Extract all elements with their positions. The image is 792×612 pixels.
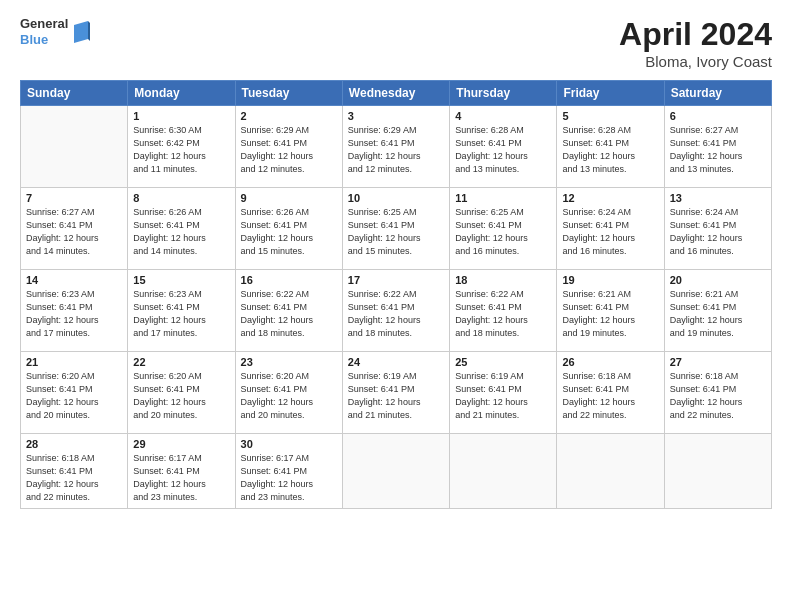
- header: General Blue April 2024 Bloma, Ivory Coa…: [20, 16, 772, 70]
- calendar-cell: [664, 434, 771, 509]
- day-info: Sunrise: 6:19 AM Sunset: 6:41 PM Dayligh…: [455, 370, 551, 422]
- calendar-cell: [450, 434, 557, 509]
- day-info: Sunrise: 6:19 AM Sunset: 6:41 PM Dayligh…: [348, 370, 444, 422]
- calendar-cell: 26Sunrise: 6:18 AM Sunset: 6:41 PM Dayli…: [557, 352, 664, 434]
- calendar-cell: 2Sunrise: 6:29 AM Sunset: 6:41 PM Daylig…: [235, 106, 342, 188]
- svg-marker-1: [88, 21, 90, 41]
- weekday-header: Saturday: [664, 81, 771, 106]
- day-number: 14: [26, 274, 122, 286]
- weekday-header: Thursday: [450, 81, 557, 106]
- day-number: 8: [133, 192, 229, 204]
- calendar-cell: 18Sunrise: 6:22 AM Sunset: 6:41 PM Dayli…: [450, 270, 557, 352]
- calendar-cell: 5Sunrise: 6:28 AM Sunset: 6:41 PM Daylig…: [557, 106, 664, 188]
- day-info: Sunrise: 6:23 AM Sunset: 6:41 PM Dayligh…: [26, 288, 122, 340]
- day-number: 22: [133, 356, 229, 368]
- day-info: Sunrise: 6:24 AM Sunset: 6:41 PM Dayligh…: [562, 206, 658, 258]
- day-number: 3: [348, 110, 444, 122]
- day-info: Sunrise: 6:26 AM Sunset: 6:41 PM Dayligh…: [133, 206, 229, 258]
- calendar-cell: 19Sunrise: 6:21 AM Sunset: 6:41 PM Dayli…: [557, 270, 664, 352]
- day-info: Sunrise: 6:27 AM Sunset: 6:41 PM Dayligh…: [670, 124, 766, 176]
- calendar-cell: 6Sunrise: 6:27 AM Sunset: 6:41 PM Daylig…: [664, 106, 771, 188]
- day-info: Sunrise: 6:18 AM Sunset: 6:41 PM Dayligh…: [562, 370, 658, 422]
- day-info: Sunrise: 6:20 AM Sunset: 6:41 PM Dayligh…: [241, 370, 337, 422]
- day-number: 7: [26, 192, 122, 204]
- calendar-row: 14Sunrise: 6:23 AM Sunset: 6:41 PM Dayli…: [21, 270, 772, 352]
- calendar-cell: 13Sunrise: 6:24 AM Sunset: 6:41 PM Dayli…: [664, 188, 771, 270]
- page: General Blue April 2024 Bloma, Ivory Coa…: [0, 0, 792, 612]
- calendar-cell: 17Sunrise: 6:22 AM Sunset: 6:41 PM Dayli…: [342, 270, 449, 352]
- logo-text: General Blue: [20, 16, 68, 47]
- day-info: Sunrise: 6:21 AM Sunset: 6:41 PM Dayligh…: [670, 288, 766, 340]
- calendar-cell: 15Sunrise: 6:23 AM Sunset: 6:41 PM Dayli…: [128, 270, 235, 352]
- day-info: Sunrise: 6:18 AM Sunset: 6:41 PM Dayligh…: [670, 370, 766, 422]
- calendar-cell: 30Sunrise: 6:17 AM Sunset: 6:41 PM Dayli…: [235, 434, 342, 509]
- day-info: Sunrise: 6:23 AM Sunset: 6:41 PM Dayligh…: [133, 288, 229, 340]
- calendar-cell: [557, 434, 664, 509]
- day-number: 6: [670, 110, 766, 122]
- day-info: Sunrise: 6:20 AM Sunset: 6:41 PM Dayligh…: [26, 370, 122, 422]
- day-number: 30: [241, 438, 337, 450]
- calendar-cell: 28Sunrise: 6:18 AM Sunset: 6:41 PM Dayli…: [21, 434, 128, 509]
- weekday-header: Friday: [557, 81, 664, 106]
- day-number: 13: [670, 192, 766, 204]
- day-info: Sunrise: 6:30 AM Sunset: 6:42 PM Dayligh…: [133, 124, 229, 176]
- day-number: 16: [241, 274, 337, 286]
- calendar-row: 21Sunrise: 6:20 AM Sunset: 6:41 PM Dayli…: [21, 352, 772, 434]
- logo-line1: General: [20, 16, 68, 32]
- day-number: 29: [133, 438, 229, 450]
- day-number: 27: [670, 356, 766, 368]
- calendar-cell: [342, 434, 449, 509]
- weekday-header: Sunday: [21, 81, 128, 106]
- day-number: 20: [670, 274, 766, 286]
- day-info: Sunrise: 6:25 AM Sunset: 6:41 PM Dayligh…: [455, 206, 551, 258]
- calendar-cell: 9Sunrise: 6:26 AM Sunset: 6:41 PM Daylig…: [235, 188, 342, 270]
- day-number: 18: [455, 274, 551, 286]
- day-number: 21: [26, 356, 122, 368]
- calendar-cell: 3Sunrise: 6:29 AM Sunset: 6:41 PM Daylig…: [342, 106, 449, 188]
- page-title: April 2024: [619, 16, 772, 53]
- day-number: 2: [241, 110, 337, 122]
- day-info: Sunrise: 6:29 AM Sunset: 6:41 PM Dayligh…: [241, 124, 337, 176]
- day-number: 12: [562, 192, 658, 204]
- day-number: 4: [455, 110, 551, 122]
- calendar-cell: 4Sunrise: 6:28 AM Sunset: 6:41 PM Daylig…: [450, 106, 557, 188]
- day-number: 28: [26, 438, 122, 450]
- day-info: Sunrise: 6:22 AM Sunset: 6:41 PM Dayligh…: [241, 288, 337, 340]
- header-row: SundayMondayTuesdayWednesdayThursdayFrid…: [21, 81, 772, 106]
- calendar-cell: 21Sunrise: 6:20 AM Sunset: 6:41 PM Dayli…: [21, 352, 128, 434]
- day-info: Sunrise: 6:17 AM Sunset: 6:41 PM Dayligh…: [241, 452, 337, 504]
- day-number: 1: [133, 110, 229, 122]
- weekday-header: Monday: [128, 81, 235, 106]
- calendar-cell: 29Sunrise: 6:17 AM Sunset: 6:41 PM Dayli…: [128, 434, 235, 509]
- calendar-row: 7Sunrise: 6:27 AM Sunset: 6:41 PM Daylig…: [21, 188, 772, 270]
- day-number: 11: [455, 192, 551, 204]
- day-number: 9: [241, 192, 337, 204]
- day-number: 24: [348, 356, 444, 368]
- day-info: Sunrise: 6:24 AM Sunset: 6:41 PM Dayligh…: [670, 206, 766, 258]
- page-subtitle: Bloma, Ivory Coast: [619, 53, 772, 70]
- calendar-cell: 20Sunrise: 6:21 AM Sunset: 6:41 PM Dayli…: [664, 270, 771, 352]
- day-info: Sunrise: 6:28 AM Sunset: 6:41 PM Dayligh…: [455, 124, 551, 176]
- day-info: Sunrise: 6:28 AM Sunset: 6:41 PM Dayligh…: [562, 124, 658, 176]
- calendar-cell: 10Sunrise: 6:25 AM Sunset: 6:41 PM Dayli…: [342, 188, 449, 270]
- calendar-cell: 25Sunrise: 6:19 AM Sunset: 6:41 PM Dayli…: [450, 352, 557, 434]
- day-number: 5: [562, 110, 658, 122]
- calendar-cell: 23Sunrise: 6:20 AM Sunset: 6:41 PM Dayli…: [235, 352, 342, 434]
- day-number: 25: [455, 356, 551, 368]
- calendar-cell: 14Sunrise: 6:23 AM Sunset: 6:41 PM Dayli…: [21, 270, 128, 352]
- calendar-cell: 24Sunrise: 6:19 AM Sunset: 6:41 PM Dayli…: [342, 352, 449, 434]
- day-info: Sunrise: 6:26 AM Sunset: 6:41 PM Dayligh…: [241, 206, 337, 258]
- calendar-row: 1Sunrise: 6:30 AM Sunset: 6:42 PM Daylig…: [21, 106, 772, 188]
- calendar-cell: 16Sunrise: 6:22 AM Sunset: 6:41 PM Dayli…: [235, 270, 342, 352]
- day-info: Sunrise: 6:18 AM Sunset: 6:41 PM Dayligh…: [26, 452, 122, 504]
- weekday-header: Wednesday: [342, 81, 449, 106]
- calendar-table: SundayMondayTuesdayWednesdayThursdayFrid…: [20, 80, 772, 509]
- calendar-header: SundayMondayTuesdayWednesdayThursdayFrid…: [21, 81, 772, 106]
- day-info: Sunrise: 6:20 AM Sunset: 6:41 PM Dayligh…: [133, 370, 229, 422]
- calendar-cell: 11Sunrise: 6:25 AM Sunset: 6:41 PM Dayli…: [450, 188, 557, 270]
- calendar-cell: 7Sunrise: 6:27 AM Sunset: 6:41 PM Daylig…: [21, 188, 128, 270]
- calendar-body: 1Sunrise: 6:30 AM Sunset: 6:42 PM Daylig…: [21, 106, 772, 509]
- day-info: Sunrise: 6:27 AM Sunset: 6:41 PM Dayligh…: [26, 206, 122, 258]
- calendar-cell: 1Sunrise: 6:30 AM Sunset: 6:42 PM Daylig…: [128, 106, 235, 188]
- day-info: Sunrise: 6:25 AM Sunset: 6:41 PM Dayligh…: [348, 206, 444, 258]
